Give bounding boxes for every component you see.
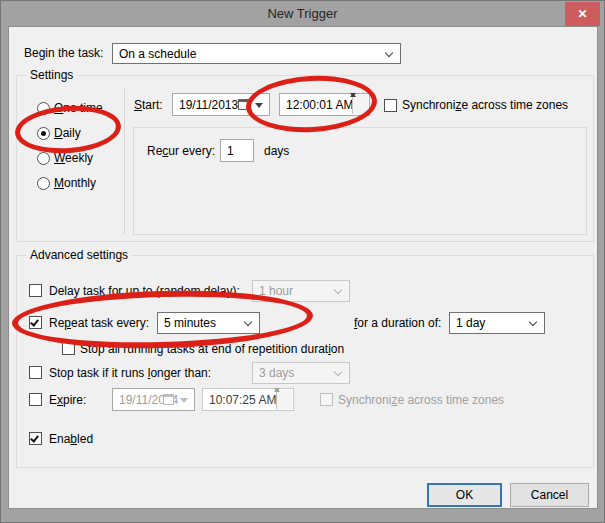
close-button[interactable]: ✕ xyxy=(565,2,600,26)
sync-timezones-checkbox[interactable] xyxy=(384,99,397,112)
dropdown-arrow-icon xyxy=(255,103,263,108)
radio-monthly[interactable] xyxy=(37,177,50,190)
check-icon xyxy=(30,433,39,442)
begin-task-value: On a schedule xyxy=(119,47,196,61)
enabled-checkbox[interactable] xyxy=(29,432,42,445)
cancel-button[interactable]: Cancel xyxy=(510,483,589,507)
time-spinner[interactable] xyxy=(352,95,368,114)
radio-daily[interactable] xyxy=(37,127,50,140)
radio-dot-icon xyxy=(41,131,46,136)
time-spinner xyxy=(276,390,292,409)
stop-task-checkbox[interactable] xyxy=(29,366,42,379)
begin-task-select[interactable]: On a schedule xyxy=(112,43,401,64)
stop-task-duration-select: 3 days xyxy=(252,362,350,384)
start-label: Start: xyxy=(134,98,163,112)
spin-down-icon xyxy=(274,388,280,392)
expire-date-picker: 19/11/2014 xyxy=(112,388,195,411)
dropdown-arrow-icon xyxy=(180,398,188,403)
close-icon: ✕ xyxy=(565,2,600,26)
calendar-icon xyxy=(238,99,249,110)
stop-all-tasks-checkbox[interactable] xyxy=(62,342,75,355)
chevron-down-icon xyxy=(334,286,342,294)
recur-every-value: 1 xyxy=(227,144,234,158)
radio-weekly-label[interactable]: Weekly xyxy=(54,151,93,165)
repeat-interval-value: 5 minutes xyxy=(164,316,216,330)
check-icon xyxy=(30,317,39,326)
duration-of-value: 1 day xyxy=(456,316,485,330)
chevron-down-icon xyxy=(529,318,537,326)
chevron-down-icon xyxy=(385,49,393,57)
calendar-icon xyxy=(163,394,174,405)
radio-one-time-label[interactable]: One time xyxy=(54,101,103,115)
start-time-value: 12:00:01 AM xyxy=(286,98,353,112)
expire-sync-timezones-label: Synchronize across time zones xyxy=(338,393,504,407)
advanced-settings-legend: Advanced settings xyxy=(26,248,132,262)
recur-unit-label: days xyxy=(264,144,289,158)
delay-task-label[interactable]: Delay task for up to (random delay): xyxy=(49,284,240,298)
expire-time-spinner-field: 10:07:25 AM xyxy=(202,388,294,411)
duration-of-select[interactable]: 1 day xyxy=(449,312,545,334)
stop-all-tasks-label[interactable]: Stop all running tasks at end of repetit… xyxy=(80,342,344,356)
sync-timezones-label[interactable]: Synchronize across time zones xyxy=(402,98,568,112)
radio-one-time[interactable] xyxy=(37,102,50,115)
delay-task-checkbox[interactable] xyxy=(29,284,42,297)
recur-every-input[interactable]: 1 xyxy=(220,139,254,162)
repeat-interval-select[interactable]: 5 minutes xyxy=(157,312,260,334)
duration-of-label: for a duration of: xyxy=(354,316,441,330)
expire-label[interactable]: Expire: xyxy=(49,393,86,407)
spin-down-icon xyxy=(350,93,356,97)
radio-monthly-label[interactable]: Monthly xyxy=(54,176,96,190)
repeat-task-checkbox[interactable] xyxy=(29,316,42,329)
start-time-spinner-field[interactable]: 12:00:01 AM xyxy=(279,93,370,116)
delay-duration-select: 1 hour xyxy=(252,280,350,302)
ok-button[interactable]: OK xyxy=(427,483,502,507)
repeat-task-label[interactable]: Repeat task every: xyxy=(49,316,149,330)
stop-task-label[interactable]: Stop task if it runs longer than: xyxy=(49,366,211,380)
recur-every-label: Recur every: xyxy=(147,144,215,158)
enabled-label[interactable]: Enabled xyxy=(49,432,93,446)
settings-legend: Settings xyxy=(26,68,77,82)
new-trigger-dialog: New Trigger ✕ Begin the task: On a sched… xyxy=(0,0,605,523)
window-title: New Trigger xyxy=(1,1,604,26)
expire-checkbox[interactable] xyxy=(29,393,42,406)
dialog-body: Begin the task: On a schedule Settings O… xyxy=(8,26,598,509)
start-date-picker[interactable]: 19/11/2013 xyxy=(172,93,270,116)
radio-daily-label[interactable]: Daily xyxy=(54,126,81,140)
titlebar[interactable]: New Trigger ✕ xyxy=(1,1,604,26)
chevron-down-icon xyxy=(334,368,342,376)
begin-task-label: Begin the task: xyxy=(24,46,103,60)
radio-weekly[interactable] xyxy=(37,152,50,165)
delay-duration-value: 1 hour xyxy=(259,284,293,298)
expire-sync-timezones-checkbox xyxy=(320,393,333,406)
start-date-value: 19/11/2013 xyxy=(179,98,238,112)
expire-time-value: 10:07:25 AM xyxy=(209,393,276,407)
settings-separator xyxy=(124,87,125,234)
chevron-down-icon xyxy=(244,318,252,326)
stop-task-duration-value: 3 days xyxy=(259,366,294,380)
